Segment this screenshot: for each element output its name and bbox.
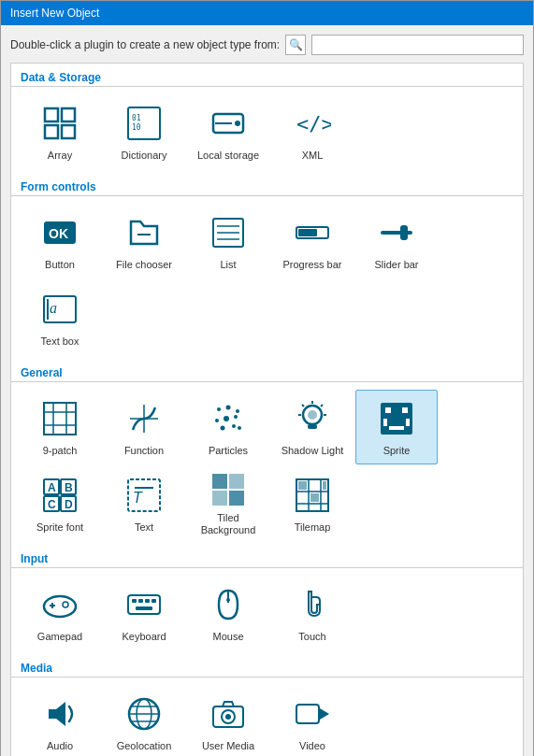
item-video[interactable]: Video: [271, 685, 354, 756]
svg-rect-67: [229, 491, 244, 506]
svg-rect-48: [385, 407, 391, 413]
item-9-patch[interactable]: 9-patch: [19, 390, 101, 464]
svg-text:a: a: [50, 300, 57, 316]
svg-line-43: [321, 405, 323, 407]
svg-rect-81: [132, 599, 137, 603]
item-audio[interactable]: Audio: [19, 685, 101, 756]
label-slider-bar: Slider bar: [374, 259, 418, 271]
item-user-media[interactable]: User Media: [187, 685, 269, 756]
label-geolocation: Geolocation: [117, 740, 172, 752]
icon-audio: [37, 692, 82, 736]
item-touch[interactable]: Touch: [271, 576, 354, 650]
svg-rect-45: [308, 424, 317, 429]
svg-rect-50: [383, 419, 387, 426]
item-array[interactable]: Array: [19, 94, 101, 169]
section-header-general: General: [11, 363, 523, 381]
label-tilemap: Tilemap: [295, 521, 331, 534]
svg-point-30: [217, 407, 221, 411]
svg-rect-49: [402, 407, 408, 413]
icon-file-chooser: [122, 210, 166, 255]
svg-point-38: [238, 426, 241, 430]
item-mouse[interactable]: Mouse: [187, 576, 269, 650]
icon-xml: </>: [290, 101, 335, 146]
item-dictionary[interactable]: 0110Dictionary: [103, 94, 185, 169]
icon-text-box: a: [37, 287, 82, 332]
item-keyboard[interactable]: Keyboard: [103, 576, 185, 650]
item-particles[interactable]: Particles: [187, 390, 269, 464]
svg-point-95: [225, 714, 231, 720]
title-bar: Insert New Object: [1, 1, 533, 25]
icon-9-patch: [37, 396, 82, 441]
item-tilemap[interactable]: Tilemap: [271, 466, 354, 541]
svg-rect-25: [44, 403, 76, 435]
icon-user-media: [206, 692, 251, 736]
icon-text: T: [122, 473, 166, 518]
icon-list: [206, 210, 251, 255]
section-header-media: Media: [11, 658, 523, 677]
svg-point-34: [224, 416, 229, 421]
item-gamepad[interactable]: Gamepad: [19, 576, 101, 650]
search-icon: 🔍: [285, 35, 306, 55]
search-input[interactable]: [311, 35, 524, 55]
label-9-patch: 9-patch: [43, 445, 78, 457]
item-progress-bar[interactable]: Progress bar: [271, 204, 354, 278]
item-list[interactable]: List: [187, 204, 269, 278]
svg-rect-0: [45, 108, 58, 121]
icon-function: [122, 396, 166, 441]
label-tiled-background: Tiled Background: [192, 512, 265, 536]
label-function: Function: [124, 445, 164, 457]
svg-text:01: 01: [132, 114, 141, 122]
plugins-scroll-area[interactable]: Data & StorageArray0110DictionaryLocal s…: [10, 63, 524, 756]
svg-text:OK: OK: [49, 226, 68, 241]
search-label: Double-click a plugin to create a new ob…: [10, 38, 280, 51]
item-tiled-background[interactable]: Tiled Background: [187, 466, 269, 541]
svg-text:A: A: [48, 481, 56, 494]
dialog-title: Insert New Object: [10, 7, 99, 20]
label-sprite-font: Sprite font: [36, 521, 83, 534]
svg-rect-64: [212, 474, 227, 489]
svg-rect-52: [389, 426, 404, 430]
item-local-storage[interactable]: Local storage: [187, 94, 269, 169]
label-gamepad: Gamepad: [37, 631, 82, 643]
item-sprite-font[interactable]: ABCDSprite font: [19, 466, 101, 541]
item-button[interactable]: OKButton: [19, 204, 101, 278]
svg-point-35: [234, 415, 238, 419]
svg-line-44: [302, 405, 304, 407]
dialog-body: Double-click a plugin to create a new ob…: [1, 25, 533, 756]
icon-shadow-light: [290, 396, 335, 441]
icon-slider-bar: [374, 210, 419, 255]
svg-rect-51: [406, 419, 410, 426]
label-dictionary: Dictionary: [122, 150, 167, 162]
item-geolocation[interactable]: Geolocation: [103, 685, 185, 756]
section-grid-form-controls: OKButtonFile chooserListProgress barSlid…: [11, 200, 523, 363]
svg-rect-66: [212, 491, 227, 506]
svg-text:C: C: [48, 498, 56, 511]
svg-text:10: 10: [132, 123, 141, 132]
icon-geolocation: [122, 692, 166, 736]
label-local-storage: Local storage: [197, 150, 259, 162]
icon-keyboard: [122, 582, 166, 627]
section-grid-input: GamepadKeyboardMouseTouch: [11, 572, 523, 658]
label-button: Button: [45, 259, 75, 271]
item-file-chooser[interactable]: File chooser: [103, 204, 185, 278]
label-touch: Touch: [298, 631, 325, 643]
svg-rect-75: [323, 481, 326, 490]
label-progress-bar: Progress bar: [283, 259, 342, 271]
section-grid-data-storage: Array0110DictionaryLocal storage</>XML: [11, 91, 523, 177]
svg-rect-82: [138, 599, 143, 603]
item-sprite[interactable]: Sprite: [355, 390, 438, 464]
item-text[interactable]: TText: [103, 466, 185, 541]
item-text-box[interactable]: aText box: [19, 280, 101, 355]
item-xml[interactable]: </>XML: [271, 94, 354, 169]
svg-point-8: [235, 121, 240, 126]
item-slider-bar[interactable]: Slider bar: [355, 204, 438, 278]
item-function[interactable]: Function: [103, 390, 185, 464]
label-user-media: User Media: [202, 740, 254, 752]
svg-point-31: [226, 406, 231, 410]
svg-text:B: B: [65, 481, 73, 494]
icon-array: [37, 101, 82, 146]
svg-rect-84: [152, 599, 156, 603]
item-shadow-light[interactable]: Shadow Light: [271, 390, 354, 464]
svg-rect-21: [400, 225, 408, 240]
svg-rect-96: [296, 705, 319, 723]
